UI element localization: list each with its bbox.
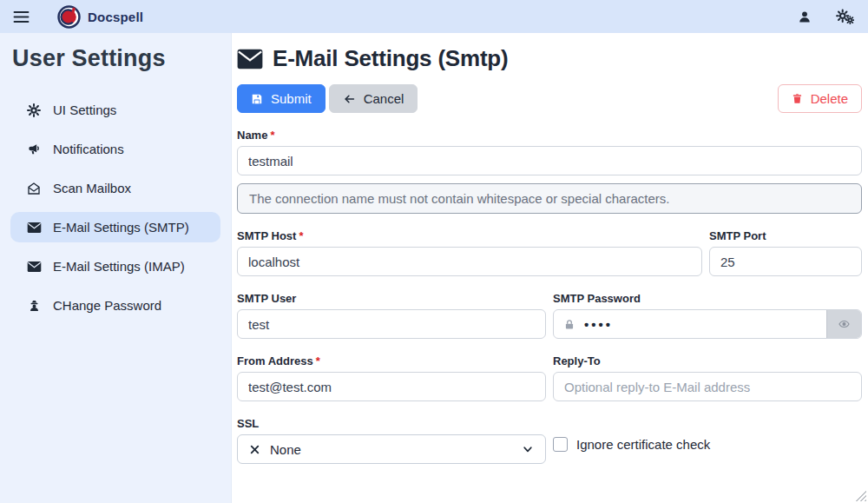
lock-icon bbox=[554, 318, 579, 331]
arrow-left-icon bbox=[343, 93, 356, 105]
ssl-row: SSL None bbox=[237, 417, 862, 464]
sidebar-item-label: E-Mail Settings (SMTP) bbox=[53, 220, 189, 235]
required-marker: * bbox=[270, 129, 274, 142]
bullhorn-icon bbox=[26, 142, 42, 156]
topbar-actions bbox=[798, 9, 854, 24]
sidebar: User Settings UI Settings Notifications bbox=[0, 33, 232, 503]
sidebar-item-email-settings-imap[interactable]: E-Mail Settings (IMAP) bbox=[10, 251, 220, 281]
smtp-password-input[interactable] bbox=[579, 317, 826, 332]
host-port-row: SMTP Host* SMTP Port bbox=[237, 229, 862, 276]
resize-grip[interactable] bbox=[855, 490, 866, 501]
envelope-open-icon bbox=[26, 182, 42, 195]
trash-icon bbox=[792, 92, 803, 105]
sidebar-item-email-settings-smtp[interactable]: E-Mail Settings (SMTP) bbox=[10, 212, 220, 242]
topbar: Docspell bbox=[0, 0, 868, 33]
sidebar-item-notifications[interactable]: Notifications bbox=[10, 134, 220, 164]
main-panel: E-Mail Settings (Smtp) Submit Cancel bbox=[232, 33, 868, 503]
name-label: Name* bbox=[237, 129, 862, 142]
docspell-logo bbox=[57, 5, 81, 29]
reply-to-label: Reply-To bbox=[553, 354, 862, 367]
smtp-host-input[interactable] bbox=[237, 247, 702, 276]
gear-icon bbox=[26, 103, 42, 117]
from-address-input[interactable] bbox=[237, 372, 546, 401]
brand-name: Docspell bbox=[88, 10, 143, 24]
ignore-certificate-label[interactable]: Ignore certificate check bbox=[576, 437, 710, 452]
cancel-button-label: Cancel bbox=[364, 91, 404, 106]
save-icon bbox=[251, 93, 263, 105]
sidebar-item-scan-mailbox[interactable]: Scan Mailbox bbox=[10, 173, 220, 203]
from-replyto-row: From Address* Reply-To bbox=[237, 354, 862, 401]
toggle-password-visibility-button[interactable] bbox=[826, 310, 861, 338]
smtp-user-input[interactable] bbox=[237, 309, 546, 339]
smtp-password-label: SMTP Password bbox=[553, 292, 862, 305]
delete-button[interactable]: Delete bbox=[778, 84, 862, 113]
eye-icon bbox=[837, 318, 852, 330]
cogs-icon[interactable] bbox=[836, 9, 854, 24]
content-shell: User Settings UI Settings Notifications bbox=[0, 33, 868, 503]
reply-to-input[interactable] bbox=[553, 372, 862, 401]
smtp-host-label: SMTP Host* bbox=[237, 229, 702, 242]
sidebar-title: User Settings bbox=[0, 45, 231, 72]
envelope-icon bbox=[237, 49, 263, 69]
sidebar-item-label: E-Mail Settings (IMAP) bbox=[53, 259, 185, 274]
sidebar-item-ui-settings[interactable]: UI Settings bbox=[10, 95, 220, 125]
user-secret-icon bbox=[26, 299, 42, 313]
envelope-icon bbox=[26, 261, 42, 273]
sidebar-item-label: Scan Mailbox bbox=[53, 181, 131, 195]
sidebar-item-change-password[interactable]: CHange Password bbox=[10, 290, 220, 321]
delete-button-label: Delete bbox=[811, 91, 848, 106]
clear-selection-x-icon[interactable] bbox=[249, 444, 260, 455]
ssl-selected-value: None bbox=[270, 442, 301, 457]
ssl-label: SSL bbox=[237, 417, 546, 430]
page-header: E-Mail Settings (Smtp) bbox=[237, 45, 862, 72]
smtp-port-label: SMTP Port bbox=[709, 229, 862, 242]
envelope-icon bbox=[26, 222, 42, 234]
smtp-user-label: SMTP User bbox=[237, 292, 546, 305]
smtp-port-input[interactable] bbox=[709, 247, 862, 276]
submit-button[interactable]: Submit bbox=[237, 84, 326, 113]
menu-icon[interactable] bbox=[9, 4, 33, 29]
toolbar: Submit Cancel Delete bbox=[237, 84, 862, 113]
required-marker: * bbox=[316, 354, 320, 367]
app-window: Docspell User Settings bbox=[0, 0, 868, 503]
user-password-row: SMTP User SMTP Password bbox=[237, 292, 862, 339]
name-help-note: The connection name must not contain whi… bbox=[237, 183, 862, 214]
chevron-down-icon bbox=[522, 443, 534, 455]
sidebar-item-label: Notifications bbox=[53, 142, 124, 156]
user-icon[interactable] bbox=[798, 10, 812, 24]
name-input[interactable] bbox=[237, 146, 862, 175]
brand-home-link[interactable]: Docspell bbox=[57, 5, 143, 29]
required-marker: * bbox=[299, 229, 303, 242]
sidebar-item-label: UI Settings bbox=[53, 103, 116, 117]
sidebar-list: UI Settings Notifications Scan Mailbox bbox=[0, 95, 231, 321]
sidebar-item-label: CHange Password bbox=[53, 298, 161, 313]
cancel-button[interactable]: Cancel bbox=[329, 84, 418, 113]
ssl-select[interactable]: None bbox=[237, 434, 546, 464]
ignore-cert-row: Ignore certificate check bbox=[553, 437, 862, 452]
submit-button-label: Submit bbox=[271, 91, 312, 106]
from-address-label: From Address* bbox=[237, 354, 546, 367]
page-title: E-Mail Settings (Smtp) bbox=[273, 45, 509, 72]
smtp-password-field bbox=[553, 309, 862, 339]
ignore-certificate-checkbox[interactable] bbox=[553, 437, 568, 452]
smtp-settings-form: Name* The connection name must not conta… bbox=[237, 129, 862, 464]
